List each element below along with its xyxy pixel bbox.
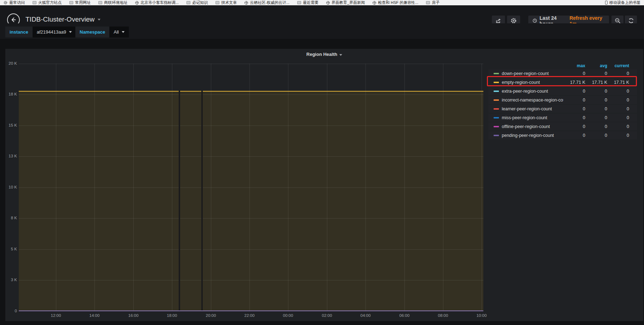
bookmark-item[interactable]: 界面教育_界面新闻 xyxy=(326,0,365,5)
folder-icon xyxy=(297,1,301,4)
legend-series-toggle[interactable]: pending-peer-region-count xyxy=(488,133,563,138)
series-color-dash xyxy=(494,73,499,74)
series-fill-empty-region-count xyxy=(19,92,483,311)
y-tick: 20 K xyxy=(6,61,17,65)
y-tick: 8 K xyxy=(6,216,17,220)
x-tick: 16:00 xyxy=(128,313,139,318)
folder-icon xyxy=(215,1,219,4)
y-tick: 15 K xyxy=(6,123,17,127)
legend-row: miss-peer-region-count 0 0 0 xyxy=(488,114,637,122)
namespace-label: Namespace xyxy=(75,27,109,37)
legend-series-toggle[interactable]: extra-peer-region-count xyxy=(488,89,563,94)
chevron-down-icon xyxy=(98,19,100,21)
legend-series-toggle[interactable]: learner-peer-region-count xyxy=(488,106,563,111)
x-tick: 08:00 xyxy=(438,313,448,318)
bookmark-item[interactable]: 北京市小客车指标调... xyxy=(135,0,179,5)
y-tick: 18 K xyxy=(6,92,17,96)
variable-instance: instance af2194413aa9 xyxy=(5,27,76,37)
series-color-dash xyxy=(494,108,499,110)
legend-row: down-peer-region-count 0 0 0 xyxy=(488,69,637,77)
panel-title[interactable]: Region Health xyxy=(5,52,643,57)
folder-icon xyxy=(33,1,36,4)
x-tick: 02:00 xyxy=(322,313,332,318)
legend-series-toggle[interactable]: miss-peer-region-count xyxy=(488,115,563,120)
instance-dropdown[interactable]: af2194413aa9 xyxy=(33,27,76,37)
phone-icon xyxy=(605,1,608,5)
legend-row: extra-peer-region-count 0 0 0 xyxy=(488,87,637,95)
data-gap xyxy=(179,91,180,311)
chevron-down-icon xyxy=(122,31,125,33)
instance-label: instance xyxy=(5,27,33,37)
globe-icon xyxy=(326,1,330,5)
legend-sort-max[interactable]: max xyxy=(563,63,585,68)
arrow-left-icon xyxy=(10,16,17,23)
template-variables-row: instance af2194413aa9 Namespace All xyxy=(0,23,644,39)
legend-row: pending-peer-region-count 0 0 0 xyxy=(488,131,637,139)
folder-icon xyxy=(69,1,73,4)
refresh-icon xyxy=(628,18,634,24)
bookmark-item[interactable]: 检查和 HSF 的兼容性... xyxy=(373,0,418,5)
gear-icon xyxy=(4,1,7,5)
bookmark-item[interactable]: 火狐官方站点 xyxy=(33,0,62,5)
dashboard-navbar: TIDB-Cluster-Overview Last 24 hours Refr… xyxy=(0,5,644,23)
legend-row: offline-peer-region-count 0 0 0 xyxy=(488,122,637,130)
variable-namespace: Namespace All xyxy=(75,27,129,37)
legend-row: learner-peer-region-count 0 0 0 xyxy=(488,105,637,113)
chevron-down-icon xyxy=(339,54,342,56)
x-tick: 12:00 xyxy=(51,313,61,318)
series-color-dash xyxy=(494,99,499,101)
dashboard-title[interactable]: TIDB-Cluster-Overview xyxy=(25,16,100,23)
series-line-zero-count xyxy=(19,311,483,311)
bookmark-item[interactable]: 常用网址 xyxy=(69,0,91,5)
share-icon xyxy=(495,18,501,24)
bookmark-item[interactable]: 必记知识 xyxy=(186,0,208,5)
legend-series-toggle[interactable]: offline-peer-region-count xyxy=(488,124,563,129)
y-tick: 10 K xyxy=(6,185,17,189)
series-color-dash xyxy=(494,126,499,127)
gear-icon xyxy=(511,18,517,24)
x-tick: 04:00 xyxy=(361,313,371,318)
legend-series-toggle[interactable]: down-peer-region-count xyxy=(488,71,563,76)
legend-row: incorrect-namespace-region-count 0 0 0 xyxy=(488,96,637,104)
legend-header: max avg current xyxy=(488,62,637,69)
mobile-bookmarks[interactable]: 移动设备上的书签 xyxy=(605,0,640,5)
namespace-dropdown[interactable]: All xyxy=(109,27,128,37)
browser-bookmarks-bar: 最常访问 火狐官方站点 常用网址 商联环境地址 北京市小客车指标调... 必记知… xyxy=(0,0,644,5)
folder-icon xyxy=(186,1,190,4)
bookmark-item[interactable]: 技术文章 xyxy=(215,0,237,5)
bookmark-item[interactable]: 云栖社区-权威的云计... xyxy=(245,0,289,5)
legend-sort-current[interactable]: current xyxy=(607,63,629,68)
y-tick: 13 K xyxy=(6,154,17,158)
clock-icon xyxy=(533,18,537,23)
x-tick: 06:00 xyxy=(399,313,410,318)
legend-table: max avg current down-peer-region-count 0… xyxy=(488,62,637,140)
bookmark-item[interactable]: 商联环境地址 xyxy=(98,0,127,5)
legend-row-highlighted: empty-region-count 17.71 K 17.71 K 17.71… xyxy=(488,78,637,86)
bookmark-item[interactable]: 房子 xyxy=(426,0,439,5)
region-health-panel: Region Health 20 K 18 K 15 K 13 K 10 K 8… xyxy=(5,49,643,321)
bookmark-item[interactable]: 最常访问 xyxy=(4,0,25,5)
zoom-out-icon xyxy=(615,18,621,24)
x-tick: 18:00 xyxy=(167,313,177,318)
chevron-down-icon xyxy=(69,31,72,33)
series-color-dash xyxy=(494,82,499,83)
series-color-dash xyxy=(494,91,499,92)
y-tick: 0 xyxy=(6,309,17,313)
globe-icon xyxy=(373,1,376,5)
y-tick: 3 K xyxy=(6,278,17,282)
legend-series-toggle[interactable]: empty-region-count xyxy=(488,80,563,85)
legend-sort-avg[interactable]: avg xyxy=(585,63,607,68)
x-tick: 20:00 xyxy=(206,313,216,318)
series-line-empty-region-count xyxy=(19,91,483,92)
folder-icon xyxy=(98,1,102,4)
globe-icon xyxy=(245,1,248,5)
bookmark-item[interactable]: 最近需要 xyxy=(297,0,318,5)
globe-icon xyxy=(135,1,139,5)
data-gap xyxy=(201,91,203,311)
x-tick: 22:00 xyxy=(245,313,255,318)
x-tick: 10:00 xyxy=(477,313,487,318)
series-color-dash xyxy=(494,135,499,136)
plot-area[interactable] xyxy=(19,64,483,311)
folder-icon xyxy=(426,1,430,4)
legend-series-toggle[interactable]: incorrect-namespace-region-count xyxy=(488,98,563,103)
